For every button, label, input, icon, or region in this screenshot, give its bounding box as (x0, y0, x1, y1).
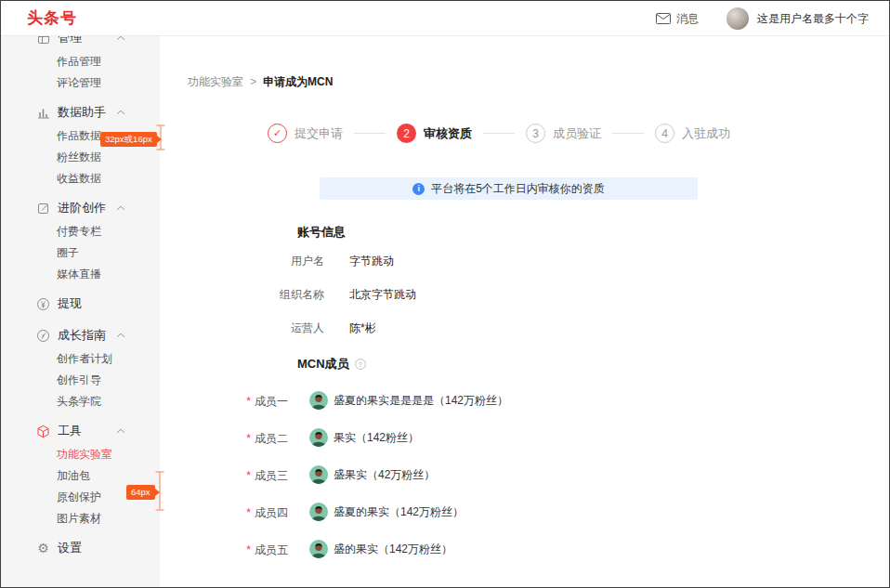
sidebar-item-withdraw[interactable]: 提现 (1, 291, 160, 317)
sidebar-item-circle[interactable]: 圈子 (1, 242, 160, 264)
cube-icon (36, 425, 50, 438)
compass-icon (36, 329, 50, 343)
required-icon: * (246, 432, 251, 445)
step-connector (612, 133, 644, 134)
required-icon: * (246, 506, 251, 519)
gear-icon: ⚙ (36, 542, 50, 555)
field-username: 用户名 字节跳动 (160, 254, 416, 269)
sidebar-group-tools: 工具 功能实验室 加油包 原创保护 图片素材 (1, 418, 160, 529)
field-label: 运营人 (160, 320, 324, 336)
sidebar-item-revenue-data[interactable]: 收益数据 (1, 168, 160, 189)
member-avatar (309, 540, 328, 558)
sidebar-item-works-management[interactable]: 作品管理 (1, 51, 160, 72)
member-label: 成员四 (255, 505, 306, 521)
breadcrumb-current: 申请成为MCN (263, 75, 333, 88)
member-name: 盛果实（42万粉丝） (334, 467, 435, 483)
spec-badge-32px: 32px或16px (100, 132, 157, 147)
sidebar-item-creator-plan[interactable]: 创作者计划 (1, 348, 160, 370)
main-content: 功能实验室>申请成为MCN ✓ 提交申请 2 审核资质 3 成员验证 4 入驻成… (160, 36, 889, 587)
breadcrumb-parent[interactable]: 功能实验室 (188, 75, 243, 88)
breadcrumb-separator: > (250, 75, 256, 88)
sidebar-group-label: 提现 (58, 295, 82, 312)
step-connector (483, 133, 515, 134)
sidebar-item-toutiao-academy[interactable]: 头条学院 (1, 391, 160, 412)
sidebar-item-image-assets[interactable]: 图片素材 (1, 508, 160, 529)
step-number: 2 (397, 124, 416, 143)
field-organization: 组织名称 北京字节跳动 (160, 287, 416, 303)
sidebar-group-header-data[interactable]: 数据助手 (1, 99, 160, 125)
chevron-up-icon (116, 110, 125, 115)
sidebar-item-paid-column[interactable]: 付费专栏 (1, 221, 160, 242)
step-label: 成员验证 (553, 125, 601, 142)
sidebar-item-comments-management[interactable]: 评论管理 (1, 72, 160, 94)
step-label: 入驻成功 (682, 125, 730, 142)
step-number: 3 (526, 124, 545, 143)
breadcrumb: 功能实验室>申请成为MCN (188, 74, 333, 90)
sidebar-group-header-growth[interactable]: 成长指南 (1, 322, 160, 348)
member-name: 盛夏的果实是是是是（142万粉丝） (334, 393, 508, 409)
required-icon: * (246, 395, 251, 408)
mcn-members-header: MCN成员 ? (297, 356, 366, 372)
step-member-verification: 3 成员验证 (526, 124, 601, 143)
envelope-icon (656, 13, 671, 24)
chevron-up-icon (116, 205, 125, 211)
mcn-members-title: MCN成员 (297, 356, 349, 372)
chevron-up-icon (116, 36, 125, 41)
sidebar-group-header-tools[interactable]: 工具 (1, 418, 160, 444)
chevron-up-icon (116, 428, 125, 434)
folder-icon (36, 36, 50, 46)
help-icon[interactable]: ? (355, 359, 366, 370)
step-connector (354, 133, 386, 134)
sidebar-item-fans-data[interactable]: 粉丝数据 (1, 147, 160, 168)
spec-badge-64px: 64px (126, 485, 155, 500)
member-avatar (309, 428, 328, 447)
step-submit-application: ✓ 提交申请 (268, 124, 343, 143)
member-name: 盛的果实（142万粉丝） (334, 542, 452, 557)
sidebar-item-feature-lab[interactable]: 功能实验室 (1, 444, 160, 465)
sidebar-item-media-live[interactable]: 媒体直播 (1, 264, 160, 285)
member-row: *成员一 盛夏的果实是是是是（142万粉丝） (160, 391, 508, 410)
step-check-icon: ✓ (268, 124, 287, 143)
sidebar-group-header-management[interactable]: 管理 (1, 36, 160, 51)
sidebar-item-creation-guide[interactable]: 创作引导 (1, 370, 160, 391)
member-label: 成员三 (255, 468, 306, 484)
username-label[interactable]: 这是用户名最多十个字 (757, 11, 869, 27)
user-avatar[interactable] (726, 7, 749, 30)
member-row: *成员三 盛果实（42万粉丝） (160, 465, 508, 484)
member-avatar (309, 503, 328, 521)
member-name: 果实（142粉丝） (334, 430, 419, 446)
progress-stepper: ✓ 提交申请 2 审核资质 3 成员验证 4 入驻成功 (268, 124, 730, 143)
edit-icon (36, 202, 50, 216)
field-value: 陈*彬 (349, 320, 376, 336)
sidebar-item-boost-pack[interactable]: 加油包 (1, 465, 160, 487)
bar-chart-icon (36, 106, 50, 120)
money-icon (36, 297, 50, 311)
member-name: 盛夏的果实（142万粉丝） (334, 504, 464, 520)
account-fields: 用户名 字节跳动 组织名称 北京字节跳动 运营人 陈*彬 (160, 254, 416, 354)
sidebar-item-settings[interactable]: ⚙ 设置 (1, 535, 160, 561)
toutiao-logo[interactable]: 头条号 (27, 7, 77, 29)
account-info-title: 账号信息 (297, 224, 346, 241)
info-icon: i (412, 183, 425, 195)
step-review-qualification: 2 审核资质 (397, 124, 472, 143)
sidebar-group-advanced-creation: 进阶创作 付费专栏 圈子 媒体直播 (1, 195, 160, 285)
mcn-members-list: *成员一 盛夏的果实是是是是（142万粉丝） *成员二 果实（142粉丝） *成… (160, 391, 508, 577)
review-notice-banner: i 平台将在5个工作日内审核你的资质 (320, 177, 698, 200)
sidebar-group-growth-guide: 成长指南 创作者计划 创作引导 头条学院 (1, 322, 160, 412)
field-value: 北京字节跳动 (349, 287, 416, 303)
member-row: *成员二 果实（142粉丝） (160, 428, 508, 447)
required-icon: * (246, 469, 251, 482)
member-label: 成员一 (255, 394, 306, 410)
sidebar-nav: 管理 作品管理 评论管理 数据助手 作品数据 粉丝数据 收益数据 (1, 36, 160, 587)
member-row: *成员五 盛的果实（142万粉丝） (160, 540, 508, 558)
step-onboarding-success: 4 入驻成功 (655, 124, 730, 143)
sidebar-group-header-advanced[interactable]: 进阶创作 (1, 195, 160, 221)
sidebar-group-label: 数据助手 (58, 104, 106, 121)
member-avatar (309, 465, 328, 484)
top-header: 头条号 消息 这是用户名最多十个字 (1, 1, 889, 36)
messages-button[interactable]: 消息 (656, 11, 699, 27)
field-label: 组织名称 (160, 287, 324, 303)
field-label: 用户名 (160, 254, 324, 269)
sidebar-group-label: 设置 (58, 540, 82, 556)
step-label: 提交申请 (294, 125, 343, 142)
